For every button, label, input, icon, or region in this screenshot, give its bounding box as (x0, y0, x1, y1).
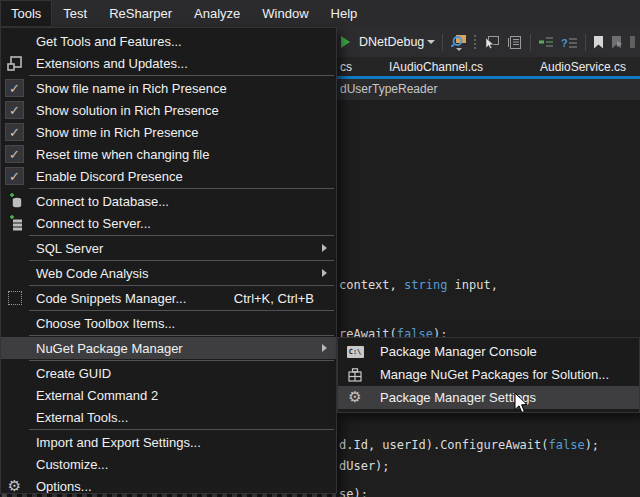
package-icon (344, 366, 366, 383)
menu-separator (29, 285, 334, 286)
indent-button[interactable] (538, 36, 554, 48)
menu-item-import-and-export-settings[interactable]: Import and Export Settings... (1, 431, 336, 453)
toolbar-grip[interactable] (474, 35, 476, 49)
vs-ide-window: { "colors": { "accent_blue": "#0e7ac4", … (0, 0, 640, 497)
bookmark-icon (593, 36, 604, 49)
menu-item-options[interactable]: ⚙ Options... (1, 475, 336, 494)
database-add-icon (5, 192, 24, 210)
shortcut-label: Ctrl+K, Ctrl+B (234, 291, 330, 306)
menu-item-choose-toolbox-items[interactable]: Choose Toolbox Items... (1, 312, 336, 334)
menu-separator (29, 335, 334, 336)
navigate-pointer-button[interactable] (483, 35, 500, 50)
code-line: se); (339, 487, 368, 497)
tools-menu-popup: Get Tools and Features... Extensions and… (0, 27, 337, 494)
document-tab-bar: cs IAudioChannel.cs AudioService.cs (337, 57, 640, 76)
check-icon: ✓ (5, 145, 24, 163)
clipped-toolbar-icon (630, 36, 635, 48)
next-bookmark-button[interactable] (611, 36, 623, 49)
run-config-label: DNetDebug (359, 35, 424, 49)
chevron-down-icon (456, 48, 462, 51)
menu-item-nuget-package-manager[interactable]: NuGet Package Manager (1, 337, 336, 359)
menu-separator (29, 360, 334, 361)
breadcrumb[interactable]: dUserTypeReader (340, 82, 437, 96)
menu-item-manage-nuget-packages-for-solution[interactable]: Manage NuGet Packages for Solution... (338, 363, 639, 386)
console-icon: C:\ (344, 343, 366, 360)
code-line: d.Id, userId).ConfigureAwait(false); (339, 438, 599, 453)
menubar-item-help[interactable]: Help (320, 0, 369, 27)
nuget-submenu-popup: C:\ Package Manager Console Manage NuGet… (337, 337, 640, 413)
document-lines-icon (507, 35, 523, 50)
mouse-cursor (514, 393, 528, 418)
question-lines-icon: ? (561, 36, 578, 49)
toolbar-separator (585, 34, 586, 51)
menu-item-package-manager-console[interactable]: C:\ Package Manager Console (338, 340, 639, 363)
check-icon: ✓ (5, 101, 24, 119)
check-icon: ✓ (5, 123, 24, 141)
indent-lines-icon (538, 36, 554, 48)
comment-help-button[interactable]: ? (561, 36, 578, 49)
menu-item-web-code-analysis[interactable]: Web Code Analysis (1, 262, 336, 284)
server-add-icon (5, 214, 24, 232)
menu-item-sql-server[interactable]: SQL Server (1, 237, 336, 259)
menu-item-show-time-rich-presence[interactable]: ✓ Show time in Rich Presence (1, 121, 336, 143)
menu-item-create-guid[interactable]: Create GUID (1, 362, 336, 384)
menu-separator (29, 429, 334, 430)
submenu-arrow-icon (322, 244, 327, 252)
menu-item-package-manager-settings[interactable]: ⚙ Package Manager Settings (338, 386, 639, 409)
toolbar-separator (442, 34, 443, 51)
check-icon: ✓ (5, 79, 24, 97)
toolbar-separator (530, 34, 531, 51)
menu-item-connect-to-database[interactable]: Connect to Database... (1, 190, 336, 212)
submenu-arrow-icon (322, 269, 327, 277)
copy-document-button[interactable] (507, 35, 523, 50)
submenu-arrow-icon (322, 344, 327, 352)
code-editor[interactable]: context, string input, reAwait(false); d… (337, 100, 640, 497)
code-line: context, string input, (339, 278, 498, 293)
menu-item-code-snippets-manager[interactable]: Code Snippets Manager... Ctrl+K, Ctrl+B (1, 287, 336, 309)
tab-clipped[interactable]: cs (340, 57, 352, 76)
chevron-down-icon (427, 40, 435, 44)
check-icon: ✓ (5, 167, 24, 185)
run-config-dropdown[interactable]: DNetDebug (357, 35, 435, 49)
menu-item-enable-discord-presence[interactable]: ✓ Enable Discord Presence (1, 165, 336, 187)
gear-icon: ⚙ (5, 477, 24, 494)
tab-audioservice[interactable]: AudioService.cs (540, 57, 626, 76)
svg-text:?: ? (561, 37, 568, 49)
menu-separator (29, 188, 334, 189)
bookmark-next-icon (611, 36, 623, 49)
menu-item-extensions-and-updates[interactable]: Extensions and Updates... (1, 52, 336, 74)
menu-item-reset-time-when-changing-file[interactable]: ✓ Reset time when changing file (1, 143, 336, 165)
find-in-files-button[interactable] (450, 34, 467, 51)
menu-item-external-command-2[interactable]: External Command 2 (1, 384, 336, 406)
menu-separator (29, 310, 334, 311)
menu-item-show-solution-rich-presence[interactable]: ✓ Show solution in Rich Presence (1, 99, 336, 121)
menu-item-get-tools-and-features[interactable]: Get Tools and Features... (1, 30, 336, 52)
pointer-frame-icon (483, 35, 500, 50)
menubar-item-tools[interactable]: Tools (0, 0, 52, 27)
menu-item-connect-to-server[interactable]: Connect to Server... (1, 212, 336, 234)
menu-separator (29, 75, 334, 76)
menu-separator (29, 260, 334, 261)
start-debug-icon[interactable] (341, 36, 350, 48)
menu-separator (29, 235, 334, 236)
menubar-item-resharper[interactable]: ReSharper (98, 0, 183, 27)
toggle-bookmark-button[interactable] (593, 36, 604, 49)
menu-item-customize[interactable]: Customize... (1, 453, 336, 475)
menu-item-show-file-name-rich-presence[interactable]: ✓ Show file name in Rich Presence (1, 77, 336, 99)
extensions-icon (5, 54, 24, 72)
menubar-item-test[interactable]: Test (52, 0, 98, 27)
snippets-icon (5, 289, 24, 307)
tab-iaudiochannel[interactable]: IAudioChannel.cs (389, 57, 483, 76)
find-in-files-icon (450, 34, 467, 47)
menu-bar: Tools Test ReSharper Analyze Window Help (0, 0, 640, 27)
code-line: dUser); (339, 459, 390, 474)
menubar-item-window[interactable]: Window (251, 0, 319, 27)
menu-item-external-tools[interactable]: External Tools... (1, 406, 336, 428)
gear-icon: ⚙ (344, 389, 366, 406)
menubar-item-analyze[interactable]: Analyze (183, 0, 251, 27)
